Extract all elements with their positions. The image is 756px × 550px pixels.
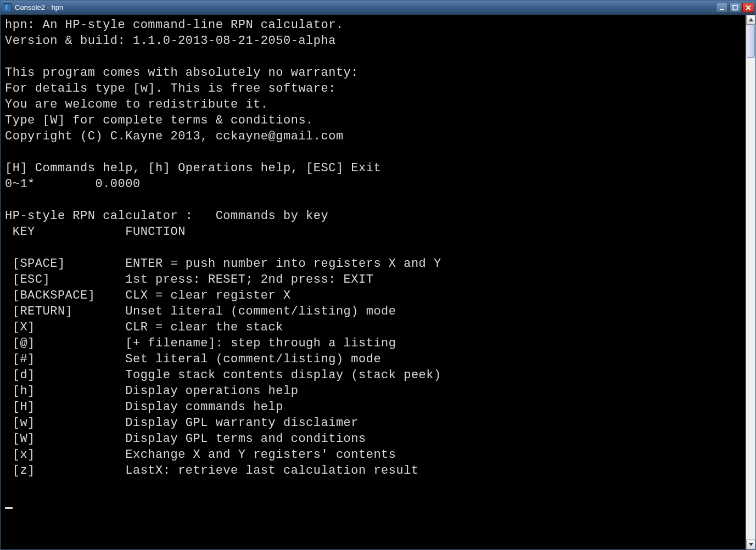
- terminal-line: [5, 479, 741, 495]
- terminal-line: [h] Display operations help: [5, 383, 741, 399]
- cursor-icon: [5, 507, 13, 509]
- scroll-track[interactable]: [746, 25, 755, 540]
- terminal-line: [ESC] 1st press: RESET; 2nd press: EXIT: [5, 272, 741, 288]
- terminal-line: [SPACE] ENTER = push number into registe…: [5, 256, 741, 272]
- terminal-line: [X] CLR = clear the stack: [5, 319, 741, 335]
- console-window: C Console2 - hpn hpn: An HP-style comman…: [0, 0, 756, 550]
- content-area: hpn: An HP-style command-line RPN calcul…: [1, 15, 755, 549]
- terminal-line: Copyright (C) C.Kayne 2013, cckayne@gmai…: [5, 128, 741, 144]
- terminal-line: Version & build: 1.1.0-2013-08-21-2050-a…: [5, 33, 741, 49]
- terminal-line: [5, 192, 741, 208]
- terminal-line: [x] Exchange X and Y registers' contents: [5, 447, 741, 463]
- terminal-line: This program comes with absolutely no wa…: [5, 65, 741, 81]
- svg-rect-1: [733, 5, 737, 10]
- close-button[interactable]: [742, 3, 754, 13]
- titlebar[interactable]: C Console2 - hpn: [1, 1, 755, 15]
- terminal-line: [5, 144, 741, 160]
- terminal-line: [d] Toggle stack contents display (stack…: [5, 367, 741, 383]
- terminal-line: 0~1* 0.0000: [5, 176, 741, 192]
- terminal-output[interactable]: hpn: An HP-style command-line RPN calcul…: [1, 15, 746, 549]
- terminal-line: hpn: An HP-style command-line RPN calcul…: [5, 17, 741, 33]
- terminal-line: HP-style RPN calculator : Commands by ke…: [5, 208, 741, 224]
- terminal-line: [H] Display commands help: [5, 399, 741, 415]
- terminal-line: [BACKSPACE] CLX = clear register X: [5, 288, 741, 304]
- terminal-line: [@] [+ filename]: step through a listing: [5, 335, 741, 351]
- terminal-line: For details type [w]. This is free softw…: [5, 81, 741, 97]
- terminal-line: Type [W] for complete terms & conditions…: [5, 113, 741, 128]
- terminal-line: You are welcome to redistribute it.: [5, 97, 741, 113]
- scroll-thumb[interactable]: [747, 25, 755, 58]
- terminal-line: KEY FUNCTION: [5, 224, 741, 240]
- terminal-line: [5, 240, 741, 256]
- app-icon: C: [3, 3, 12, 12]
- scroll-up-button[interactable]: [746, 15, 755, 25]
- terminal-cursor-line: [5, 495, 741, 510]
- svg-rect-0: [720, 9, 724, 10]
- maximize-button[interactable]: [729, 3, 741, 13]
- terminal-line: [z] LastX: retrieve last calculation res…: [5, 463, 741, 479]
- terminal-line: [w] Display GPL warranty disclaimer: [5, 415, 741, 431]
- window-title: Console2 - hpn: [15, 3, 716, 12]
- terminal-line: [5, 49, 741, 65]
- window-buttons: [716, 3, 754, 13]
- minimize-button[interactable]: [716, 3, 728, 13]
- terminal-line: [W] Display GPL terms and conditions: [5, 431, 741, 447]
- terminal-line: [#] Set literal (comment/listing) mode: [5, 351, 741, 367]
- vertical-scrollbar[interactable]: [746, 15, 755, 549]
- terminal-line: [H] Commands help, [h] Operations help, …: [5, 160, 741, 176]
- scroll-down-button[interactable]: [746, 540, 755, 549]
- terminal-line: [RETURN] Unset literal (comment/listing)…: [5, 304, 741, 319]
